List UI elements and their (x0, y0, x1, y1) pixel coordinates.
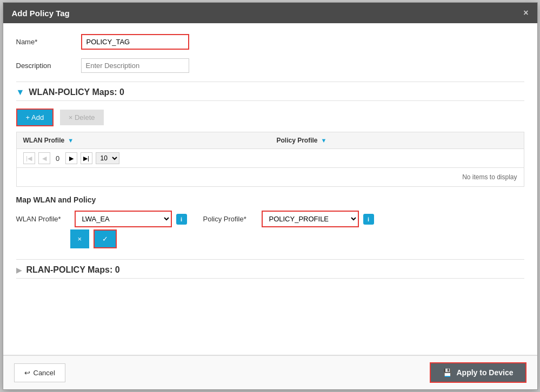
close-button[interactable]: × (523, 8, 528, 18)
policy-filter-icon[interactable]: ▼ (321, 137, 327, 144)
first-page-btn[interactable]: |◀ (23, 152, 35, 164)
add-button[interactable]: + Add (16, 109, 54, 126)
page-number: 0 (54, 154, 62, 163)
prev-page-btn[interactable]: ◀ (38, 152, 50, 164)
description-row: Description (16, 58, 524, 73)
map-wlan-policy-section: Map WLAN and Policy WLAN Profile* LWA_EA… (16, 195, 524, 248)
wlan-info-icon[interactable]: i (176, 214, 187, 225)
wlan-section-arrow[interactable]: ▼ (16, 87, 25, 97)
wlan-section-title: WLAN-POLICY Maps: 0 (29, 87, 124, 97)
toolbar: + Add × Delete (16, 109, 524, 126)
map-confirm-button[interactable]: ✓ (94, 229, 117, 248)
modal-body: Name* Description ▼ WLAN-POLICY Maps: 0 … (3, 23, 537, 355)
add-policy-tag-modal: Add Policy Tag × Name* Description ▼ WLA… (3, 2, 538, 390)
apply-icon: 💾 (443, 368, 452, 377)
cancel-icon: ↩ (24, 369, 30, 377)
wlan-section-header: ▼ WLAN-POLICY Maps: 0 (16, 87, 524, 101)
map-cancel-button[interactable]: × (70, 229, 90, 248)
no-items-text: No items to display (17, 168, 524, 186)
pagination-bar: |◀ ◀ 0 ▶ ▶| 10 25 50 (17, 149, 524, 168)
divider-1 (16, 82, 524, 82)
page-size-select[interactable]: 10 25 50 (96, 152, 119, 164)
rlan-section-header: ▶ RLAN-POLICY Maps: 0 (16, 265, 524, 279)
description-input[interactable] (81, 58, 189, 73)
rlan-section-arrow[interactable]: ▶ (16, 266, 22, 274)
last-page-btn[interactable]: ▶| (81, 152, 92, 164)
next-page-btn[interactable]: ▶ (65, 152, 77, 164)
policy-profile-column: Policy Profile ▼ (270, 132, 524, 148)
cancel-button[interactable]: ↩ Cancel (14, 363, 65, 382)
description-label: Description (16, 62, 81, 70)
modal-footer: ↩ Cancel 💾 Apply to Device (3, 355, 537, 389)
wlan-profile-col: WLAN Profile* LWA_EA i (16, 211, 187, 227)
name-label: Name* (16, 38, 81, 46)
wlan-filter-icon[interactable]: ▼ (68, 137, 74, 144)
wlan-profile-column: WLAN Profile ▼ (17, 132, 270, 148)
modal-title: Add Policy Tag (12, 9, 70, 18)
wlan-profile-select[interactable]: LWA_EA (75, 211, 172, 227)
policy-profile-label: Policy Profile* (203, 215, 257, 223)
delete-button[interactable]: × Delete (60, 110, 104, 125)
wlan-policy-table: WLAN Profile ▼ Policy Profile ▼ |◀ ◀ 0 ▶… (16, 132, 524, 187)
name-row: Name* (16, 34, 524, 50)
map-section-title: Map WLAN and Policy (16, 195, 524, 204)
apply-to-device-button[interactable]: 💾 Apply to Device (430, 362, 526, 383)
table-header: WLAN Profile ▼ Policy Profile ▼ (17, 132, 524, 149)
wlan-profile-label: WLAN Profile* (16, 215, 70, 223)
modal-header: Add Policy Tag × (3, 3, 537, 23)
map-action-buttons: × ✓ (70, 229, 524, 248)
cancel-label: Cancel (34, 369, 55, 377)
rlan-section-title: RLAN-POLICY Maps: 0 (26, 265, 120, 275)
policy-profile-select[interactable]: POLICY_PROFILE (262, 211, 359, 227)
divider-2 (16, 259, 524, 260)
apply-label: Apply to Device (456, 368, 513, 377)
map-form-row: WLAN Profile* LWA_EA i Policy Profile* P… (16, 211, 524, 227)
policy-info-icon[interactable]: i (363, 214, 374, 225)
name-input[interactable] (81, 34, 189, 50)
policy-profile-col: Policy Profile* POLICY_PROFILE i (203, 211, 374, 227)
